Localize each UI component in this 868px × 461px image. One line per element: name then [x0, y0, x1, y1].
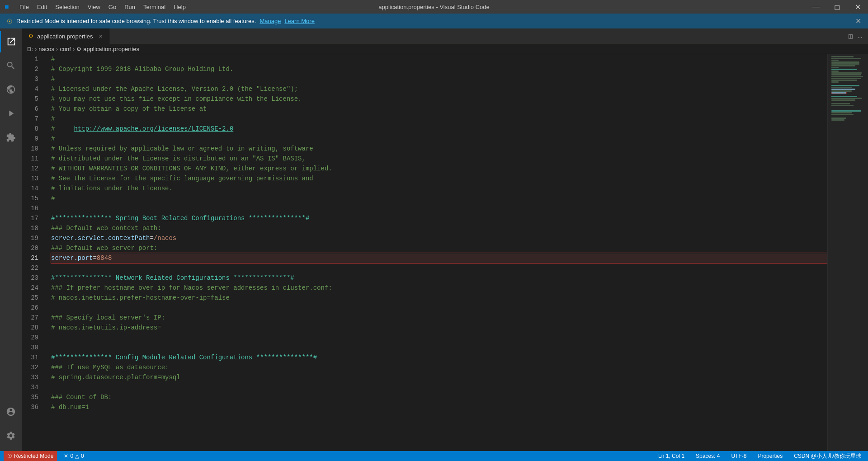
line-num-33: 33 — [22, 372, 42, 382]
code-line-36: # db.num=1 — [51, 402, 827, 412]
code-line-11: # distributed under the License is distr… — [51, 154, 827, 164]
breadcrumb-gear-icon: ⚙ — [76, 46, 81, 52]
code-line-24: ### If prefer hostname over ip for Nacos… — [51, 283, 827, 293]
menu-help[interactable]: Help — [170, 3, 189, 11]
maximize-button[interactable]: ◻ — [826, 0, 847, 14]
warning-icon: △ — [75, 453, 79, 459]
window-controls: — ◻ ✕ — [806, 0, 868, 14]
active-tab[interactable]: ⚙ application.properties × — [22, 28, 110, 44]
language-mode-item[interactable]: Properties — [755, 451, 785, 461]
code-line-34 — [51, 382, 827, 392]
editor-area: ⚙ application.properties × ◫ … D: › naco… — [22, 28, 868, 451]
language-mode-label: Properties — [758, 453, 783, 459]
learn-more-link[interactable]: Learn More — [284, 18, 314, 24]
breadcrumb-nacos[interactable]: nacos — [38, 46, 54, 52]
menu-bar: File Edit Selection View Go Run Terminal… — [16, 3, 189, 11]
code-line-7: # — [51, 114, 827, 124]
shield-icon: ☉ — [7, 18, 13, 25]
code-line-15: # — [51, 193, 827, 203]
code-line-16 — [51, 203, 827, 213]
line-num-29: 29 — [22, 333, 42, 343]
line-num-27: 27 — [22, 313, 42, 323]
encoding-label: UTF-8 — [731, 453, 746, 459]
menu-go[interactable]: Go — [105, 3, 120, 11]
tab-actions: ◫ … — [847, 28, 868, 44]
error-count: 0 — [70, 453, 73, 459]
line-num-6: 6 — [22, 104, 42, 114]
minimize-button[interactable]: — — [806, 0, 826, 14]
restricted-mode-label: Restricted Mode — [14, 453, 53, 459]
code-line-8: # http://www.apache.org/licenses/LICENSE… — [51, 124, 827, 134]
tab-close-button[interactable]: × — [99, 33, 103, 40]
code-line-12: # WITHOUT WARRANTIES OR CONDITIONS OF AN… — [51, 164, 827, 174]
code-line-35: ### Count of DB: — [51, 392, 827, 402]
tab-file-icon: ⚙ — [28, 33, 33, 39]
csdn-label: CSDN @小人儿/教你玩星球 — [794, 452, 861, 460]
code-line-22 — [51, 263, 827, 273]
encoding-item[interactable]: UTF-8 — [729, 451, 749, 461]
banner-close-button[interactable]: ✕ — [855, 17, 861, 25]
code-line-5: # you may not use this file except in co… — [51, 94, 827, 104]
menu-run[interactable]: Run — [121, 3, 139, 11]
activity-search[interactable] — [0, 55, 22, 76]
code-line-20: ### Default web server port: — [51, 243, 827, 253]
line-num-7: 7 — [22, 114, 42, 124]
cursor-position-item[interactable]: Ln 1, Col 1 — [656, 451, 687, 461]
close-button[interactable]: ✕ — [847, 0, 868, 14]
menu-terminal[interactable]: Terminal — [140, 3, 169, 11]
code-line-25: # nacos.inetutils.prefer-hostname-over-i… — [51, 293, 827, 303]
line-num-10: 10 — [22, 144, 42, 154]
activity-source-control[interactable] — [0, 79, 22, 100]
status-bar-right: Ln 1, Col 1 Spaces: 4 UTF-8 Properties C… — [656, 451, 868, 461]
code-area[interactable]: # # Copyright 1999-2018 Alibaba Group Ho… — [47, 54, 827, 451]
menu-selection[interactable]: Selection — [52, 3, 83, 11]
line-num-12: 12 — [22, 164, 42, 174]
line-num-16: 16 — [22, 203, 42, 213]
line-num-19: 19 — [22, 233, 42, 243]
line-num-32: 32 — [22, 362, 42, 372]
split-editor-button[interactable]: ◫ — [847, 30, 854, 42]
error-count-item[interactable]: ✕ 0 △ 0 — [61, 451, 86, 461]
line-num-35: 35 — [22, 392, 42, 402]
code-line-19: server.servlet.contextPath=/nacos — [51, 233, 827, 243]
manage-link[interactable]: Manage — [259, 18, 281, 24]
breadcrumb-filename[interactable]: application.properties — [83, 46, 139, 52]
code-line-31: #*************** Config Module Related C… — [51, 353, 827, 362]
breadcrumb-conf[interactable]: conf — [60, 46, 71, 52]
line-num-5: 5 — [22, 94, 42, 104]
line-num-30: 30 — [22, 343, 42, 353]
code-line-17: #*************** Spring Boot Related Con… — [51, 213, 827, 223]
line-num-18: 18 — [22, 223, 42, 233]
indentation-label: Spaces: 4 — [696, 453, 720, 459]
activity-settings[interactable] — [0, 425, 22, 447]
activity-explorer[interactable] — [0, 31, 22, 52]
indentation-item[interactable]: Spaces: 4 — [693, 451, 722, 461]
tab-title: application.properties — [37, 33, 93, 40]
more-actions-button[interactable]: … — [856, 31, 863, 42]
code-line-9: # — [51, 134, 827, 144]
line-num-4: 4 — [22, 84, 42, 94]
activity-account[interactable] — [0, 401, 22, 423]
menu-file[interactable]: File — [16, 3, 33, 11]
restricted-mode-status[interactable]: ☉ Restricted Mode — [4, 451, 57, 461]
code-line-10: # Unless required by applicable law or a… — [51, 144, 827, 154]
breadcrumb: D: › nacos › conf › ⚙ application.proper… — [22, 44, 868, 54]
window-title: application.properties - Visual Studio C… — [378, 4, 489, 10]
code-line-18: ### Default web context path: — [51, 223, 827, 233]
menu-view[interactable]: View — [84, 3, 104, 11]
menu-edit[interactable]: Edit — [33, 3, 51, 11]
line-num-24: 24 — [22, 283, 42, 293]
restricted-banner: ☉ Restricted Mode is intended for safe c… — [0, 14, 868, 28]
banner-message: Restricted Mode is intended for safe cod… — [16, 18, 256, 24]
line-num-34: 34 — [22, 382, 42, 392]
code-line-3: # — [51, 74, 827, 84]
line-num-8: 8 — [22, 124, 42, 134]
editor-content[interactable]: 1 2 3 4 5 6 7 8 9 10 11 12 13 14 15 16 1… — [22, 54, 868, 451]
minimap — [827, 54, 868, 451]
activity-extensions[interactable] — [0, 127, 22, 148]
activity-run-debug[interactable] — [0, 103, 22, 124]
tab-bar: ⚙ application.properties × ◫ … — [22, 28, 868, 44]
line-num-9: 9 — [22, 134, 42, 144]
line-num-17: 17 — [22, 213, 42, 223]
line-num-13: 13 — [22, 174, 42, 183]
